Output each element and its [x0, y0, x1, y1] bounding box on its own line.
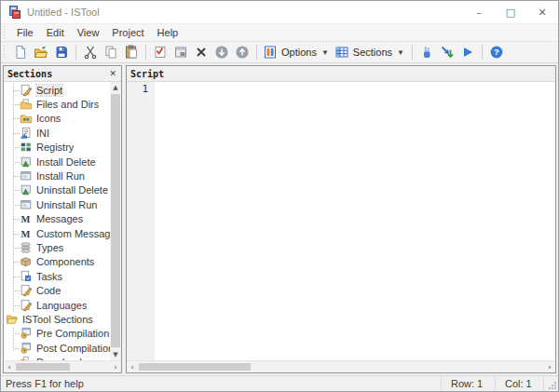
delete-entry-button[interactable] — [191, 42, 211, 62]
tree-item-types[interactable]: Types — [4, 240, 110, 254]
move-up-circle-icon — [235, 45, 250, 60]
move-down-circle-icon — [214, 45, 229, 60]
paste-clipboard-icon — [124, 45, 139, 60]
scroll-right-arrow-icon[interactable]: › — [544, 361, 555, 372]
vertical-scroll-thumb[interactable] — [111, 94, 120, 347]
tree-item-label: Uninstall Run — [36, 199, 97, 210]
save-floppy-icon — [54, 45, 69, 60]
tree-item-code[interactable]: Code — [4, 283, 110, 297]
tree-item-label: Messages — [36, 213, 83, 224]
open-folder-icon — [34, 45, 48, 60]
tree-item-label: Install Delete — [36, 156, 96, 168]
sidebar-horizontal-scroll-thumb[interactable] — [16, 363, 70, 371]
line-number-gutter: 1 — [127, 82, 155, 360]
menu-view[interactable]: View — [71, 25, 106, 40]
close-panel-icon[interactable]: ✕ — [108, 69, 117, 78]
test-arrows-icon — [440, 45, 455, 60]
tree-item-label: Code — [36, 285, 61, 296]
tree-item-custom-message[interactable]: MCustom Message — [4, 226, 110, 240]
maximize-button[interactable]: □ — [495, 1, 526, 23]
scroll-up-arrow-icon[interactable]: ▲ — [110, 82, 121, 93]
entry-properties-button[interactable] — [170, 42, 191, 62]
install-run-icon — [20, 169, 33, 182]
new-file-button[interactable] — [10, 42, 31, 62]
help-button[interactable]: ? — [486, 42, 507, 62]
tree-item-label: ISTool Sections — [22, 314, 93, 325]
sections-button[interactable]: Sections▼ — [333, 42, 408, 62]
scroll-right-arrow-icon[interactable]: › — [110, 361, 121, 372]
toolbar-gripper[interactable] — [4, 46, 7, 59]
save-file-button[interactable] — [51, 42, 72, 62]
tree-item-icons[interactable]: Icons — [4, 112, 110, 126]
scroll-down-arrow-icon[interactable]: ▼ — [110, 349, 121, 360]
svg-text:M: M — [21, 214, 31, 224]
resize-grip[interactable] — [543, 376, 558, 391]
options-button[interactable]: Options▼ — [261, 42, 333, 62]
delete-x-icon — [194, 45, 209, 60]
tree-item-languages[interactable]: Languages — [4, 298, 110, 312]
folder-open-icon — [6, 313, 19, 326]
sections-table-icon — [334, 45, 349, 60]
test-setup-button[interactable] — [437, 42, 457, 62]
editor-horizontal-scrollbar[interactable]: ‹ › — [127, 360, 555, 372]
cut-button[interactable] — [80, 42, 101, 62]
tree-item-post-compilation[interactable]: Post Compilation — [4, 341, 110, 355]
menu-file[interactable]: File — [10, 25, 40, 40]
script-page-icon — [20, 299, 33, 312]
menubar-gripper[interactable] — [4, 26, 7, 39]
tree-item-ini[interactable]: INI — [4, 126, 110, 140]
options-label: Options — [281, 47, 317, 58]
tree-item-label: Files and Dirs — [36, 99, 99, 110]
minimize-button[interactable]: – — [463, 1, 495, 23]
move-up-button[interactable] — [232, 42, 252, 62]
install-delete-icon — [20, 155, 33, 169]
tree-item-uninstall-delete[interactable]: Uninstall Delete — [4, 183, 110, 197]
run-setup-button[interactable] — [457, 42, 478, 62]
sidebar-horizontal-scrollbar[interactable]: ‹ › — [4, 360, 121, 372]
editor-horizontal-scroll-thumb[interactable] — [139, 363, 251, 371]
tree-item-registry[interactable]: Registry — [4, 141, 110, 155]
edit-entry-button[interactable] — [150, 42, 170, 62]
folder-icons-icon — [20, 112, 33, 125]
scroll-left-arrow-icon[interactable]: ‹ — [127, 361, 138, 372]
move-down-button[interactable] — [211, 42, 232, 62]
tree-item-istool-sections[interactable]: ISTool Sections — [4, 312, 110, 326]
chevron-down-icon: ▼ — [321, 48, 329, 57]
registry-blocks-icon — [20, 141, 33, 154]
tree-item-uninstall-run[interactable]: Uninstall Run — [4, 197, 110, 211]
main-area: Sections ✕ ScriptFiles and DirsIconsINIR… — [1, 63, 558, 375]
tree-item-script[interactable]: Script — [4, 83, 110, 97]
tree-item-label: Post Compilation — [36, 343, 110, 354]
compile-setup-button[interactable] — [416, 42, 437, 62]
menu-edit[interactable]: Edit — [40, 25, 71, 40]
tree-item-pre-compilation-s[interactable]: Pre Compilation S — [4, 327, 110, 341]
copy-button[interactable] — [101, 42, 121, 62]
tree-item-messages[interactable]: MMessages — [4, 212, 110, 226]
toolbar: Options▼Sections▼? — [1, 41, 558, 63]
window-title: Untitled - ISTool — [27, 7, 463, 18]
tree-item-label: INI — [36, 128, 49, 139]
toolbar-separator — [256, 45, 257, 60]
copy-pages-icon — [103, 45, 118, 60]
tree-item-install-delete[interactable]: Install Delete — [4, 155, 110, 169]
entry-check-icon — [153, 45, 168, 60]
ini-page-icon — [20, 127, 33, 140]
menu-help[interactable]: Help — [151, 25, 185, 40]
compilation-window-icon — [20, 327, 33, 340]
folder-download-icon — [20, 356, 33, 360]
app-window: Untitled - ISTool –□✕ FileEditViewProjec… — [0, 0, 559, 392]
code-editor-area[interactable] — [155, 82, 555, 360]
app-icon — [7, 5, 22, 20]
paste-button[interactable] — [121, 42, 142, 62]
sections-panel-title: Sections — [7, 69, 108, 79]
vertical-scrollbar[interactable]: ▲ ▼ — [110, 82, 121, 360]
close-button[interactable]: ✕ — [526, 1, 558, 23]
tree-item-components[interactable]: Components — [4, 255, 110, 269]
scroll-left-arrow-icon[interactable]: ‹ — [4, 361, 15, 372]
tree-item-files-and-dirs[interactable]: Files and Dirs — [4, 97, 110, 111]
menu-project[interactable]: Project — [105, 25, 150, 40]
open-file-button[interactable] — [31, 42, 51, 62]
tree-item-tasks[interactable]: Tasks — [4, 269, 110, 283]
tree-item-install-run[interactable]: Install Run — [4, 169, 110, 182]
entry-form-icon — [173, 45, 188, 60]
